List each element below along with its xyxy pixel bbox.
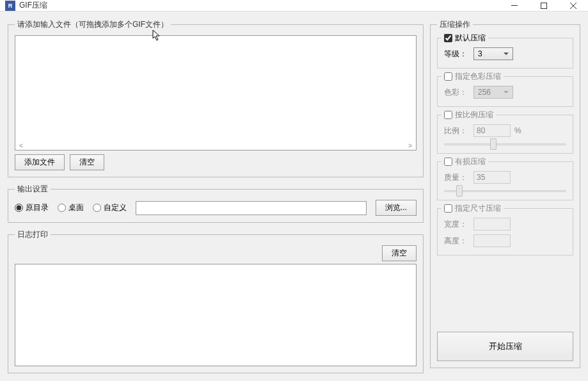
minimize-icon <box>511 5 518 6</box>
quality-input[interactable] <box>473 171 511 184</box>
color-select[interactable]: 256 <box>473 86 513 99</box>
close-button[interactable] <box>559 0 588 11</box>
scroll-left-icon: < <box>19 142 23 149</box>
quality-label: 质量： <box>444 172 470 183</box>
ratio-unit: % <box>514 126 521 135</box>
level-select[interactable]: 3 <box>473 47 513 60</box>
svg-rect-0 <box>511 5 518 6</box>
right-column: 压缩操作 默认压缩 等级： 3 指定色彩压缩 <box>430 19 580 373</box>
ratio-compress-title: 按比例压缩 <box>455 109 493 120</box>
ratio-slider[interactable] <box>444 143 566 145</box>
clear-files-button[interactable]: 清空 <box>70 154 104 170</box>
radio-desktop-input[interactable] <box>58 204 66 212</box>
input-files-legend: 请添加输入文件（可拖拽添加多个GIF文件） <box>15 19 171 30</box>
log-legend: 日志打印 <box>15 229 51 240</box>
add-file-button[interactable]: 添加文件 <box>15 154 65 170</box>
custom-path-input[interactable] <box>136 201 367 215</box>
file-list[interactable]: < > <box>15 35 417 150</box>
window-controls <box>500 0 588 11</box>
color-compress-group: 指定色彩压缩 色彩： 256 <box>437 76 573 107</box>
input-files-group: 请添加输入文件（可拖拽添加多个GIF文件） < > 添加文件 清空 <box>8 19 424 177</box>
default-compress-title: 默认压缩 <box>455 33 486 44</box>
radio-custom[interactable]: 自定义 <box>93 202 127 213</box>
lossy-compress-checkbox[interactable] <box>444 158 452 166</box>
size-compress-checkbox[interactable] <box>444 204 452 213</box>
output-settings-legend: 输出设置 <box>15 184 51 195</box>
app-icon: R <box>5 1 15 11</box>
browse-button[interactable]: 浏览... <box>376 200 417 216</box>
lossy-compress-title: 有损压缩 <box>455 156 486 167</box>
clear-log-button[interactable]: 清空 <box>382 245 417 261</box>
log-group: 日志打印 清空 <box>8 229 424 373</box>
radio-original-label: 原目录 <box>26 202 49 213</box>
ratio-label: 比例： <box>444 126 470 136</box>
radio-original-dir[interactable]: 原目录 <box>15 202 49 213</box>
radio-desktop-label: 桌面 <box>68 202 84 213</box>
ratio-compress-checkbox[interactable] <box>444 111 452 119</box>
ratio-input[interactable] <box>473 124 511 137</box>
window-title: GIF压缩 <box>19 0 500 11</box>
width-input[interactable] <box>473 218 511 231</box>
lossy-compress-group: 有损压缩 质量： <box>437 161 573 200</box>
compress-ops-group: 压缩操作 默认压缩 等级： 3 指定色彩压缩 <box>430 19 580 368</box>
height-label: 高度： <box>444 236 470 247</box>
maximize-icon <box>541 3 547 9</box>
radio-custom-label: 自定义 <box>104 202 127 213</box>
titlebar: R GIF压缩 <box>0 0 588 12</box>
close-icon <box>570 3 576 9</box>
radio-custom-input[interactable] <box>93 204 101 212</box>
height-input[interactable] <box>473 234 511 247</box>
default-compress-checkbox[interactable] <box>444 34 452 42</box>
main-body: 请添加输入文件（可拖拽添加多个GIF文件） < > 添加文件 清空 输出设置 <box>0 12 588 381</box>
scroll-right-icon: > <box>408 142 412 149</box>
quality-slider[interactable] <box>444 190 566 192</box>
app-window: R GIF压缩 请添加输入文件（可拖拽添加多个GIF文件） < > <box>0 0 588 381</box>
color-compress-title: 指定色彩压缩 <box>455 71 501 82</box>
compress-ops-legend: 压缩操作 <box>437 19 473 30</box>
output-settings-group: 输出设置 原目录 桌面 自定义 浏览... <box>8 184 424 223</box>
color-label: 色彩： <box>444 87 470 98</box>
scrollbar: < > <box>19 142 412 149</box>
width-label: 宽度： <box>444 219 470 230</box>
color-compress-checkbox[interactable] <box>444 72 452 81</box>
size-compress-title: 指定尺寸压缩 <box>455 203 501 214</box>
default-compress-group: 默认压缩 等级： 3 <box>437 38 573 69</box>
level-label: 等级： <box>444 49 470 60</box>
svg-rect-1 <box>541 3 547 8</box>
ratio-compress-group: 按比例压缩 比例： % <box>437 115 573 154</box>
size-compress-group: 指定尺寸压缩 宽度： 高度： <box>437 208 573 255</box>
log-output[interactable] <box>15 264 417 366</box>
maximize-button[interactable] <box>529 0 559 11</box>
radio-original-dir-input[interactable] <box>15 204 23 212</box>
start-compress-button[interactable]: 开始压缩 <box>437 332 573 361</box>
minimize-button[interactable] <box>500 0 529 11</box>
left-column: 请添加输入文件（可拖拽添加多个GIF文件） < > 添加文件 清空 输出设置 <box>8 19 424 373</box>
radio-desktop[interactable]: 桌面 <box>58 202 84 213</box>
